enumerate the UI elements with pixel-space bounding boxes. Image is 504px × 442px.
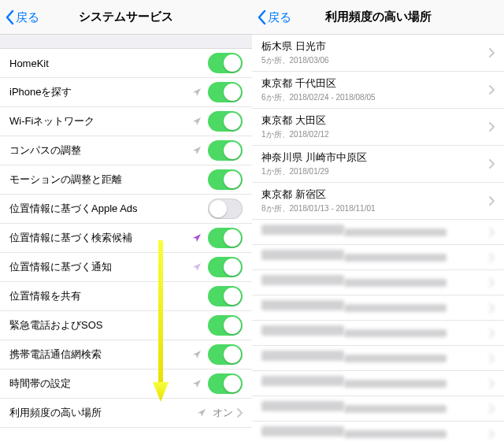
location-arrow-icon [192,146,202,155]
chevron-right-icon [488,228,495,237]
redacted-text [261,426,344,436]
redacted-text [261,351,344,361]
toggle-switch[interactable] [208,286,243,306]
settings-row: 位置情報に基づくApple Ads [0,195,252,224]
row-label: 緊急電話およびSOS [9,318,208,332]
toggle-switch[interactable] [208,257,243,277]
location-row-redacted [252,321,504,346]
chevron-right-icon [488,329,495,338]
chevron-left-icon [257,9,266,25]
chevron-right-icon [488,159,495,169]
toggle-switch[interactable] [208,111,243,132]
location-arrow-icon [192,117,202,126]
toggle-switch[interactable] [208,228,243,248]
redacted-text [344,304,447,312]
settings-row: 位置情報を共有 [0,282,252,311]
row-label: 位置情報に基づく検索候補 [9,231,192,245]
location-row[interactable]: 栃木県 日光市5か所、2018/03/06 [252,35,504,72]
chevron-right-icon [488,429,495,439]
page-title: 利用頻度の高い場所 [325,9,432,24]
location-title: 神奈川県 川崎市中原区 [261,150,488,165]
left-pane: 戻る システムサービス HomeKitiPhoneを探すWi-Fiネットワークコ… [0,0,252,442]
chevron-right-icon [488,253,495,262]
settings-row: 位置情報に基づく通知 [0,253,252,282]
toggle-switch[interactable] [208,199,243,219]
row-label: iPhoneを探す [9,85,192,99]
toggle-switch[interactable] [208,315,243,336]
toggle-switch[interactable] [208,140,243,161]
redacted-text [261,225,344,235]
settings-row: モーションの調整と距離 [0,165,252,195]
location-subtitle: 1か所、2018/01/29 [261,166,488,177]
nav-bar: 戻る 利用頻度の高い場所 [252,0,504,35]
settings-row: HomeKit [0,49,252,78]
location-row-redacted [252,371,504,396]
location-title: 東京都 新宿区 [261,188,488,202]
chevron-right-icon [488,196,495,206]
location-arrow-icon [192,262,202,272]
redacted-text [344,430,447,438]
row-label: 携帯電話通信網検索 [9,347,192,362]
redacted-text [344,355,447,362]
location-arrow-icon [197,408,206,418]
row-label: 位置情報を共有 [9,289,208,303]
chevron-right-icon [488,85,495,95]
chevron-right-icon [488,303,495,313]
location-title: 東京都 千代田区 [261,76,488,91]
redacted-text [344,254,447,262]
location-row-redacted [252,422,504,442]
back-label: 戻る [16,10,39,25]
settings-row: 緊急電話およびSOS [0,311,252,340]
location-title: 東京都 大田区 [261,113,488,128]
row-label: Wi-Fiネットワーク [9,114,192,128]
back-button[interactable]: 戻る [257,0,291,35]
location-row-redacted [252,396,504,422]
row-label: 位置情報に基づくApple Ads [9,202,208,216]
row-label: 位置情報に基づく通知 [9,260,192,274]
location-row-redacted [252,220,504,245]
row-label: コンパスの調整 [9,143,192,158]
toggle-switch[interactable] [208,53,243,73]
chevron-right-icon [488,404,495,414]
redacted-text [344,329,447,337]
chevron-right-icon [488,379,495,388]
row-label: モーションの調整と距離 [9,173,208,187]
redacted-text [344,380,447,388]
redacted-text [261,275,344,285]
toggle-switch[interactable] [208,373,243,394]
settings-row: 位置情報に基づく検索候補 [0,224,252,253]
toggle-switch[interactable] [208,82,243,102]
location-arrow-icon [192,350,202,359]
row-label: 利用頻度の高い場所 [9,406,197,420]
chevron-right-icon [236,408,243,418]
location-title: 栃木県 日光市 [261,39,488,54]
toggle-switch[interactable] [208,169,243,190]
redacted-text [261,325,344,336]
right-pane: 戻る 利用頻度の高い場所 栃木県 日光市5か所、2018/03/06東京都 千代… [252,0,504,442]
location-row-redacted [252,295,504,321]
back-button[interactable]: 戻る [5,0,39,35]
location-row-redacted [252,270,504,295]
location-row[interactable]: 東京都 千代田区6か所、2018/02/24 - 2018/08/05 [252,72,504,109]
settings-row: コンパスの調整 [0,136,252,165]
back-label: 戻る [268,10,291,25]
location-arrow-icon [192,233,202,243]
settings-row: iPhoneを探す [0,78,252,107]
location-row[interactable]: 東京都 大田区1か所、2018/02/12 [252,109,504,146]
settings-row: Wi-Fiネットワーク [0,107,252,136]
settings-row: 時間帯の設定 [0,370,252,399]
chevron-right-icon [488,278,495,288]
redacted-text [261,401,344,411]
location-subtitle: 6か所、2018/02/24 - 2018/08/05 [261,92,488,103]
location-row[interactable]: 東京都 新宿区8か所、2018/01/13 - 2018/11/01 [252,183,504,220]
location-arrow-icon [192,379,202,388]
toggle-switch[interactable] [208,344,243,365]
redacted-text [261,250,344,260]
significant-locations-row[interactable]: 利用頻度の高い場所オン [0,399,252,428]
chevron-right-icon [488,122,495,132]
chevron-right-icon [488,48,495,58]
row-value: オン [213,406,233,420]
location-row[interactable]: 神奈川県 川崎市中原区1か所、2018/01/29 [252,146,504,183]
location-subtitle: 8か所、2018/01/13 - 2018/11/01 [261,203,488,214]
location-row-redacted [252,346,504,371]
